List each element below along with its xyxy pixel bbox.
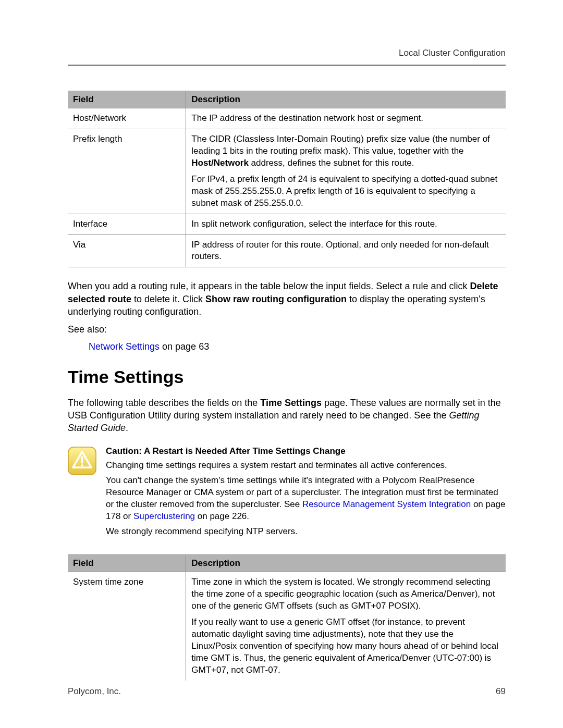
caution-title: Caution: A Restart is Needed After Time … bbox=[106, 446, 506, 458]
section-heading-time-settings: Time Settings bbox=[68, 367, 506, 387]
table-row: System time zone Time zone in which the … bbox=[68, 572, 506, 681]
text: on page 63 bbox=[160, 341, 209, 352]
table-row: Host/Network The IP address of the desti… bbox=[68, 108, 506, 129]
see-also-label: See also: bbox=[68, 323, 506, 336]
field-cell: Host/Network bbox=[68, 108, 186, 129]
svg-point-2 bbox=[81, 464, 83, 466]
bold-text: Time Settings bbox=[260, 398, 322, 408]
desc-cell: IP address of router for this route. Opt… bbox=[186, 235, 506, 267]
caution-p3: We strongly recommend specifying NTP ser… bbox=[106, 526, 506, 538]
text: . bbox=[126, 423, 128, 433]
table-row: Prefix length The CIDR (Classless Inter-… bbox=[68, 129, 506, 214]
caution-block: Caution: A Restart is Needed After Time … bbox=[68, 446, 506, 541]
bold-text: Show raw routing configuration bbox=[205, 294, 347, 304]
running-header: Local Cluster Configuration bbox=[68, 48, 506, 58]
field-cell: System time zone bbox=[68, 572, 186, 681]
bold-text: Host/Network bbox=[191, 158, 249, 168]
desc-cell: The CIDR (Classless Inter-Domain Routing… bbox=[186, 129, 506, 214]
desc-cell: Time zone in which the system is located… bbox=[186, 572, 506, 681]
intro-paragraph: The following table describes the fields… bbox=[68, 397, 506, 435]
superclustering-link[interactable]: Superclustering bbox=[133, 511, 195, 521]
col-description: Description bbox=[186, 91, 506, 108]
caution-p1: Changing time settings requires a system… bbox=[106, 460, 506, 472]
footer-page-number: 69 bbox=[496, 686, 506, 697]
see-also-link-line: Network Settings on page 63 bbox=[89, 341, 506, 352]
table-row: Via IP address of router for this route.… bbox=[68, 235, 506, 267]
text: on page 226. bbox=[195, 511, 249, 521]
text: The following table describes the fields… bbox=[68, 398, 260, 408]
col-description: Description bbox=[186, 555, 506, 572]
text: For IPv4, a prefix length of 24 is equiv… bbox=[191, 174, 500, 209]
text: to delete it. Click bbox=[131, 294, 205, 304]
field-cell: Via bbox=[68, 235, 186, 267]
caution-icon bbox=[68, 447, 96, 475]
col-field: Field bbox=[68, 91, 186, 108]
text: The CIDR (Classless Inter-Domain Routing… bbox=[191, 134, 490, 156]
network-settings-link[interactable]: Network Settings bbox=[89, 341, 160, 352]
text: If you really want to use a generic GMT … bbox=[191, 616, 500, 676]
caution-p2: You can't change the system's time setti… bbox=[106, 475, 506, 523]
text: address, defines the subnet for this rou… bbox=[249, 158, 414, 168]
col-field: Field bbox=[68, 555, 186, 572]
routing-fields-table: Field Description Host/Network The IP ad… bbox=[68, 91, 506, 267]
resource-management-link[interactable]: Resource Management System Integration bbox=[302, 499, 471, 509]
desc-cell: In split network configuration, select t… bbox=[186, 214, 506, 235]
desc-cell: The IP address of the destination networ… bbox=[186, 108, 506, 129]
footer-company: Polycom, Inc. bbox=[68, 686, 121, 697]
field-cell: Interface bbox=[68, 214, 186, 235]
time-settings-table: Field Description System time zone Time … bbox=[68, 554, 506, 681]
routing-paragraph: When you add a routing rule, it appears … bbox=[68, 280, 506, 318]
text: When you add a routing rule, it appears … bbox=[68, 281, 470, 291]
text: Time zone in which the system is located… bbox=[191, 576, 500, 612]
header-rule bbox=[68, 65, 506, 66]
field-cell: Prefix length bbox=[68, 129, 186, 214]
table-row: Interface In split network configuration… bbox=[68, 214, 506, 235]
